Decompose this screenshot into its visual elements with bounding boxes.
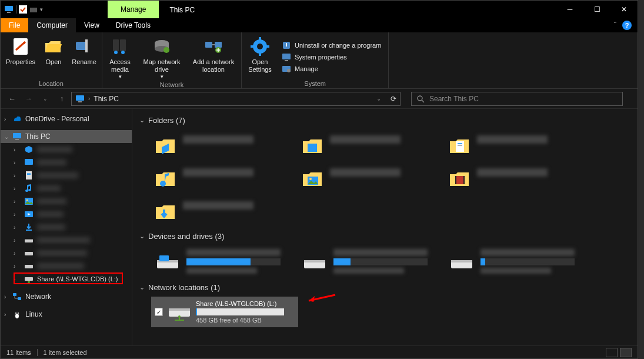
maximize-button[interactable]: ☐ bbox=[583, 1, 610, 18]
tab-computer[interactable]: Computer bbox=[28, 18, 76, 32]
group-system-label: System bbox=[245, 79, 385, 87]
tab-view[interactable]: View bbox=[76, 18, 108, 32]
nav-back-button[interactable]: ← bbox=[5, 92, 19, 106]
manage-context-tab[interactable]: Manage bbox=[108, 1, 159, 18]
nav-drive-2[interactable]: › bbox=[1, 247, 132, 260]
open-button[interactable]: Open bbox=[41, 35, 66, 79]
folder-tile[interactable] bbox=[445, 129, 592, 162]
nav-folder-3[interactable]: › bbox=[1, 169, 132, 182]
onedrive-icon bbox=[12, 114, 22, 124]
svg-point-11 bbox=[121, 51, 125, 54]
drive-tile[interactable] bbox=[151, 245, 298, 280]
group-netloc-header[interactable]: ⌄Network locations (1) bbox=[139, 283, 630, 292]
folder-tile[interactable] bbox=[445, 162, 592, 195]
selection-checkbox[interactable]: ✓ bbox=[155, 308, 163, 316]
folder-tile[interactable] bbox=[151, 195, 298, 228]
checkbox-icon[interactable] bbox=[19, 5, 27, 14]
svg-rect-68 bbox=[159, 255, 169, 261]
drive-icon bbox=[24, 261, 34, 271]
add-network-location-button[interactable]: Add a network location bbox=[189, 35, 238, 80]
svg-rect-7 bbox=[85, 39, 88, 52]
nav-drive-3[interactable]: › bbox=[1, 260, 132, 272]
tab-file[interactable]: File bbox=[1, 18, 28, 32]
search-placeholder: Search This PC bbox=[429, 95, 479, 103]
group-drives-header[interactable]: ⌄Devices and drives (3) bbox=[139, 232, 630, 241]
nav-up-button[interactable]: ↑ bbox=[55, 92, 69, 106]
svg-rect-37 bbox=[26, 171, 32, 180]
nav-folder-4[interactable]: › bbox=[1, 182, 132, 195]
address-dropdown-icon[interactable]: ⌄ bbox=[376, 95, 381, 102]
svg-rect-70 bbox=[304, 260, 325, 262]
nav-recent-button[interactable]: ⌄ bbox=[38, 92, 52, 106]
breadcrumb-thispc[interactable]: This PC bbox=[94, 95, 119, 103]
svg-rect-35 bbox=[15, 139, 19, 140]
svg-point-54 bbox=[15, 313, 16, 314]
view-tiles-button[interactable] bbox=[620, 348, 632, 357]
access-media-button[interactable]: Access media ▾ bbox=[106, 35, 134, 80]
nav-share-drive[interactable]: › Share (\\LS-WTGLCDB) (L:) bbox=[1, 272, 132, 285]
svg-point-33 bbox=[418, 96, 422, 101]
folder-tile[interactable] bbox=[298, 129, 445, 162]
folder-tile[interactable] bbox=[298, 162, 445, 195]
folder-tile[interactable] bbox=[151, 162, 298, 195]
svg-rect-45 bbox=[25, 239, 33, 240]
nav-drive-1[interactable]: › bbox=[1, 234, 132, 247]
nav-thispc[interactable]: ⌄ This PC bbox=[1, 130, 132, 143]
properties-button[interactable]: Properties bbox=[4, 35, 37, 79]
penguin-icon bbox=[12, 310, 22, 319]
nav-network[interactable]: › Network bbox=[1, 290, 132, 303]
network-location-tile[interactable]: ✓ Share (\\LS-WTGLCDB) (L:) 458 GB free … bbox=[151, 297, 298, 327]
close-button[interactable]: ✕ bbox=[610, 1, 638, 18]
uninstall-program-button[interactable]: Uninstall or change a program bbox=[282, 41, 381, 50]
drive-icon bbox=[24, 235, 34, 245]
svg-rect-34 bbox=[13, 133, 21, 138]
qat-divider bbox=[16, 5, 16, 14]
svg-point-55 bbox=[18, 313, 19, 314]
manage-button[interactable]: Manage bbox=[282, 64, 381, 74]
view-details-button[interactable] bbox=[606, 348, 618, 357]
address-box[interactable]: › This PC ⌄ ⟳ bbox=[71, 92, 401, 106]
svg-rect-47 bbox=[25, 265, 33, 268]
group-folders-header[interactable]: ⌄Folders (7) bbox=[139, 116, 630, 125]
rename-button[interactable]: Rename bbox=[70, 35, 98, 79]
drive-tile[interactable] bbox=[445, 245, 592, 280]
tab-drive-tools[interactable]: Drive Tools bbox=[108, 18, 159, 32]
nav-folder-1[interactable]: › bbox=[1, 143, 132, 156]
cube-icon bbox=[24, 145, 34, 154]
svg-rect-74 bbox=[169, 308, 190, 311]
group-location-label: Location bbox=[4, 79, 98, 87]
qat-dropdown-icon[interactable]: ▾ bbox=[40, 6, 43, 12]
desktop-icon bbox=[24, 158, 34, 167]
help-icon[interactable]: ? bbox=[622, 21, 632, 30]
svg-rect-3 bbox=[30, 8, 37, 12]
svg-rect-8 bbox=[113, 39, 119, 51]
svg-rect-43 bbox=[26, 230, 32, 231]
svg-rect-50 bbox=[13, 293, 16, 296]
minimize-button[interactable]: ─ bbox=[556, 1, 583, 18]
nav-forward-button[interactable]: → bbox=[22, 92, 36, 106]
svg-rect-31 bbox=[76, 95, 84, 101]
drive-tile[interactable] bbox=[298, 245, 445, 280]
nav-linux[interactable]: › Linux bbox=[1, 308, 132, 321]
search-box[interactable]: Search This PC bbox=[411, 92, 623, 106]
folder-qat-icon[interactable] bbox=[29, 5, 38, 14]
ribbon-collapse-icon[interactable]: ˆ bbox=[614, 21, 616, 29]
map-network-drive-button[interactable]: Map network drive ▾ bbox=[138, 35, 186, 80]
open-settings-button[interactable]: Open Settings bbox=[245, 35, 275, 79]
nav-onedrive[interactable]: › OneDrive - Personal bbox=[1, 112, 132, 125]
svg-rect-32 bbox=[78, 101, 82, 102]
nav-folder-6[interactable]: › bbox=[1, 208, 132, 221]
thispc-addr-icon bbox=[75, 94, 85, 104]
search-icon bbox=[416, 95, 425, 103]
nav-folder-2[interactable]: › bbox=[1, 156, 132, 169]
svg-rect-17 bbox=[215, 42, 222, 48]
svg-rect-63 bbox=[455, 176, 465, 184]
folder-tile[interactable] bbox=[151, 129, 298, 162]
svg-rect-22 bbox=[259, 52, 261, 56]
annotation-arrow bbox=[303, 289, 338, 307]
svg-rect-0 bbox=[5, 6, 13, 11]
system-properties-button[interactable]: System properties bbox=[282, 52, 381, 62]
nav-folder-7[interactable]: › bbox=[1, 221, 132, 234]
nav-folder-5[interactable]: › bbox=[1, 195, 132, 208]
refresh-icon[interactable]: ⟳ bbox=[391, 95, 396, 103]
